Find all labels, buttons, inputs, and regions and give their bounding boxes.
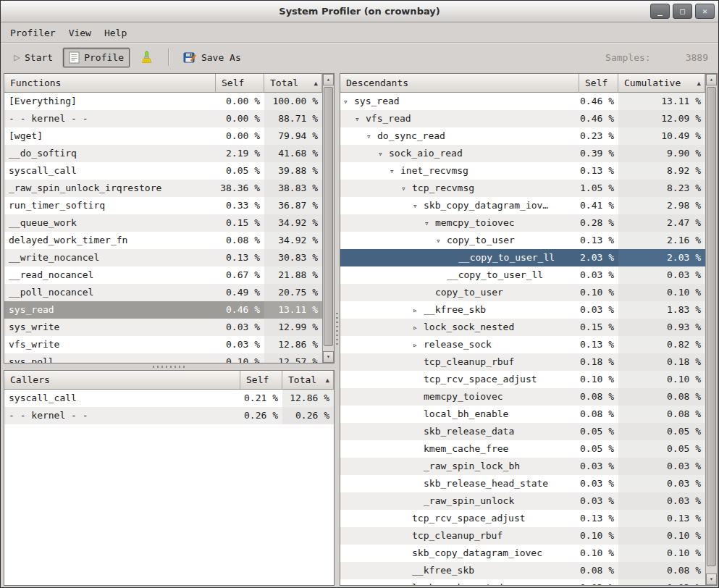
expander-collapsed-icon[interactable]: ▹ xyxy=(413,319,424,336)
scrollbar-track[interactable] xyxy=(706,85,717,574)
table-row[interactable]: run_timer_softirq0.33 %36.87 % xyxy=(4,197,322,214)
table-row[interactable]: __copy_to_user_ll0.03 %0.03 % xyxy=(340,266,705,284)
table-row[interactable]: sys_poll0.10 %12.57 % xyxy=(4,353,322,363)
scroll-up-button[interactable]: ▴ xyxy=(706,74,717,85)
table-row[interactable]: skb_copy_datagram_iovec0.10 %0.10 % xyxy=(340,545,705,562)
expander-expanded-icon[interactable]: ▿ xyxy=(436,232,447,249)
table-row[interactable]: - - kernel - -0.26 %0.26 % xyxy=(4,407,334,424)
table-row[interactable]: __write_nocancel0.13 %30.83 % xyxy=(4,249,322,266)
maximize-button[interactable]: □ xyxy=(673,4,692,19)
scrollbar-thumb[interactable] xyxy=(324,87,333,346)
table-row[interactable]: __read_nocancel0.67 %21.88 % xyxy=(4,266,322,284)
table-row[interactable]: delayed_work_timer_fn0.08 %34.92 % xyxy=(4,232,322,249)
table-row[interactable]: ▹lock_sock_nested0.15 %0.93 % xyxy=(340,319,705,336)
table-row[interactable]: local_bh_enable0.08 %0.08 % xyxy=(340,406,705,423)
table-row[interactable]: sys_write0.03 %12.99 % xyxy=(4,319,322,336)
total-value-cell: 0.10 % xyxy=(618,545,705,562)
start-button[interactable]: ▷ Start xyxy=(8,49,59,67)
table-row[interactable]: tcp_cleanup_rbuf0.18 %0.18 % xyxy=(340,353,705,371)
menu-view[interactable]: View xyxy=(62,25,98,41)
scrollbar-track[interactable] xyxy=(323,85,334,351)
expander-collapsed-icon[interactable]: ▹ xyxy=(413,302,424,319)
self-column-header[interactable]: Self xyxy=(216,74,264,93)
profile-toggle-button[interactable]: Profile xyxy=(63,48,130,67)
menu-help[interactable]: Help xyxy=(98,25,133,41)
save-as-button[interactable]: Save As xyxy=(177,47,247,68)
window-controls: _ □ ✕ xyxy=(650,4,715,19)
table-row[interactable]: _raw_spin_lock_bh0.03 %0.03 % xyxy=(340,458,705,475)
total-value-cell: 0.05 % xyxy=(618,440,705,458)
table-row[interactable]: skb_release_head_state0.03 %0.03 % xyxy=(340,475,705,492)
splitter-grip-icon xyxy=(153,366,186,368)
table-row[interactable]: - - kernel - -0.00 %88.71 % xyxy=(4,110,322,127)
close-button[interactable]: ✕ xyxy=(695,4,715,19)
table-row[interactable]: ▹release_sock0.13 %0.82 % xyxy=(340,336,705,353)
expander-expanded-icon[interactable]: ▿ xyxy=(343,93,354,110)
table-row[interactable]: ▿vfs_read0.46 %12.09 % xyxy=(340,110,705,127)
expander-expanded-icon[interactable]: ▿ xyxy=(355,111,366,127)
total-column-header[interactable]: Total▲ xyxy=(282,371,334,390)
self-value-cell: 0.03 % xyxy=(579,492,618,510)
vertical-splitter[interactable] xyxy=(335,73,340,586)
table-row[interactable]: ▿sock_aio_read0.39 %9.90 % xyxy=(340,145,705,162)
table-row[interactable]: ▿memcpy_toiovec0.28 %2.47 % xyxy=(340,214,705,232)
table-row[interactable]: sys_read0.46 %13.11 % xyxy=(4,301,322,319)
table-row[interactable]: tcp_rcv_space_adjust0.10 %0.10 % xyxy=(340,371,705,388)
self-value-cell: 0.13 % xyxy=(579,336,618,353)
cumulative-column-header[interactable]: Cumulative▲ xyxy=(618,74,705,93)
scroll-up-button[interactable]: ▴ xyxy=(323,74,334,85)
table-row[interactable]: memcpy_toiovec0.08 %0.08 % xyxy=(340,388,705,406)
horizontal-splitter[interactable] xyxy=(4,364,335,370)
table-row[interactable]: ▹__kfree_skb0.03 %1.83 % xyxy=(340,301,705,319)
table-row[interactable]: syscall_call0.21 %12.86 % xyxy=(4,390,334,407)
expander-expanded-icon[interactable]: ▿ xyxy=(378,146,389,162)
total-column-header[interactable]: Total▲ xyxy=(264,74,322,93)
descendants-column-header[interactable]: Descendants xyxy=(340,74,579,93)
table-row[interactable]: copy_to_user0.10 %0.10 % xyxy=(340,284,705,301)
descendants-scrollbar[interactable]: ▴ ▾ xyxy=(705,74,717,585)
table-row[interactable]: ▿skb_copy_datagram_iov…0.41 %2.98 % xyxy=(340,197,705,214)
function-name-cell: [Everything] xyxy=(4,93,216,110)
function-name-cell: tcp_rcv_space_adjust xyxy=(340,510,579,527)
expander-expanded-icon[interactable]: ▿ xyxy=(413,198,424,214)
self-column-header[interactable]: Self xyxy=(579,74,618,93)
table-row[interactable]: ▿sys_read0.46 %13.11 % xyxy=(340,93,705,110)
expander-expanded-icon[interactable]: ▿ xyxy=(401,180,412,197)
expander-expanded-icon[interactable]: ▿ xyxy=(424,215,435,232)
self-value-cell: 0.15 % xyxy=(216,214,264,232)
titlebar[interactable]: System Profiler (on crownbay) _ □ ✕ xyxy=(1,1,718,22)
table-row[interactable]: ▿tcp_recvmsg1.05 %8.23 % xyxy=(340,180,705,197)
table-row[interactable]: _raw_spin_unlock0.03 %0.03 % xyxy=(340,492,705,510)
menu-profiler[interactable]: Profiler xyxy=(4,25,62,41)
scroll-down-button[interactable]: ▾ xyxy=(323,351,334,363)
expander-collapsed-icon[interactable]: ▹ xyxy=(413,337,424,353)
reset-brush-button[interactable] xyxy=(134,47,159,68)
table-row[interactable]: __poll_nocancel0.49 %20.75 % xyxy=(4,284,322,301)
table-row[interactable]: syscall_call0.05 %39.88 % xyxy=(4,162,322,180)
table-row[interactable]: [Everything]0.00 %100.00 % xyxy=(4,93,322,110)
table-row[interactable]: tcp_rcv_space_adjust0.13 %0.13 % xyxy=(340,510,705,527)
scrollbar-thumb[interactable] xyxy=(707,87,716,566)
functions-scrollbar[interactable]: ▴ ▾ xyxy=(322,74,334,363)
expander-expanded-icon[interactable]: ▿ xyxy=(366,128,377,145)
minimize-button[interactable]: _ xyxy=(650,4,670,19)
callers-column-header[interactable]: Callers xyxy=(4,371,240,390)
table-row[interactable]: __queue_work0.15 %34.92 % xyxy=(4,214,322,232)
table-row[interactable]: tcp_cleanup_rbuf0.10 %0.10 % xyxy=(340,527,705,545)
table-row[interactable]: __kfree_skb0.08 %0.08 % xyxy=(340,562,705,579)
expander-expanded-icon[interactable]: ▿ xyxy=(390,163,400,180)
table-row[interactable]: kmem_cache_free0.05 %0.05 % xyxy=(340,440,705,458)
table-row[interactable]: ▿do_sync_read0.23 %10.49 % xyxy=(340,127,705,145)
table-row[interactable]: [wget]0.00 %79.94 % xyxy=(4,127,322,145)
functions-column-header[interactable]: Functions xyxy=(4,74,216,93)
table-row[interactable]: vfs_write0.03 %12.86 % xyxy=(4,336,322,353)
scroll-down-button[interactable]: ▾ xyxy=(706,574,717,585)
table-row[interactable]: __copy_to_user_ll2.03 %2.03 % xyxy=(340,249,705,266)
table-row[interactable]: __do_softirq2.19 %41.68 % xyxy=(4,145,322,162)
table-row[interactable]: skb_release_data0.05 %0.05 % xyxy=(340,423,705,440)
table-row[interactable]: ▿inet_recvmsg0.13 %8.92 % xyxy=(340,162,705,180)
table-row[interactable]: _raw_spin_unlock_irqrestore38.36 %38.83 … xyxy=(4,180,322,197)
self-column-header[interactable]: Self xyxy=(240,371,282,390)
table-row[interactable]: lock_sock_nested0.03 %0.03 % xyxy=(340,579,705,585)
table-row[interactable]: ▿copy_to_user0.13 %2.16 % xyxy=(340,232,705,249)
